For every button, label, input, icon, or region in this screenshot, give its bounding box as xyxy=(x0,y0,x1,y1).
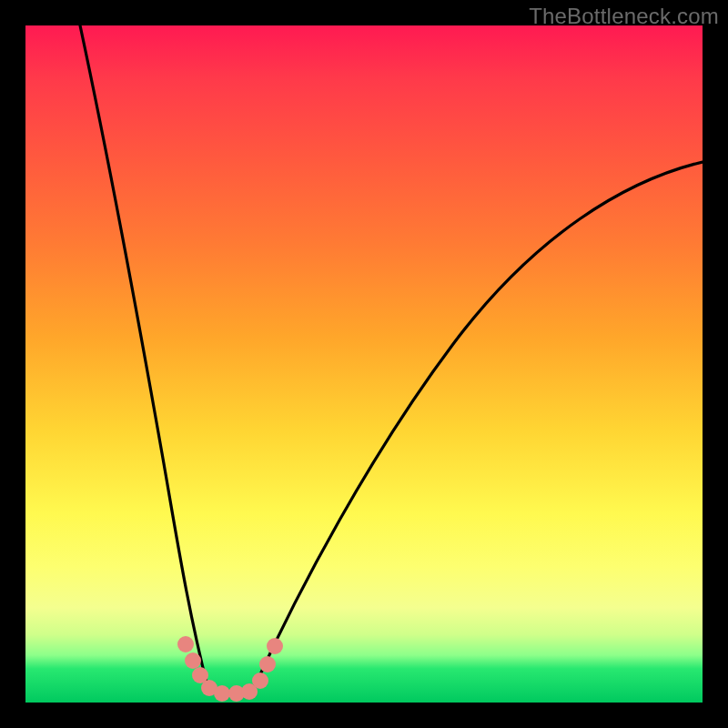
curve-layer xyxy=(25,25,703,703)
watermark-text: TheBottleneck.com xyxy=(529,4,719,29)
svg-point-9 xyxy=(267,638,283,654)
svg-point-0 xyxy=(177,636,194,652)
svg-point-1 xyxy=(185,652,201,669)
svg-point-8 xyxy=(259,656,276,672)
right-curve xyxy=(255,162,703,686)
highlight-markers xyxy=(177,636,283,702)
svg-point-4 xyxy=(214,685,230,702)
svg-point-7 xyxy=(252,672,268,689)
chart-frame: TheBottleneck.com xyxy=(0,0,728,728)
left-curve xyxy=(80,25,207,686)
plot-area xyxy=(25,25,703,703)
